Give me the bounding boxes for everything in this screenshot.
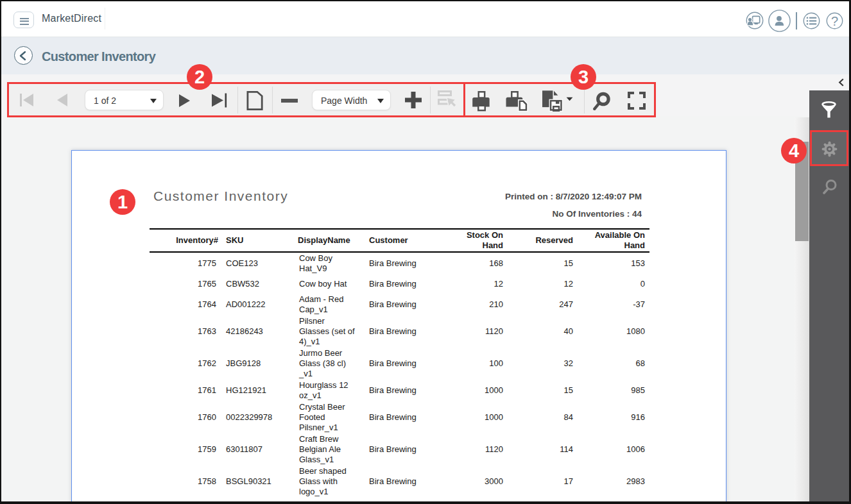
svg-text:?: ? xyxy=(831,14,838,28)
